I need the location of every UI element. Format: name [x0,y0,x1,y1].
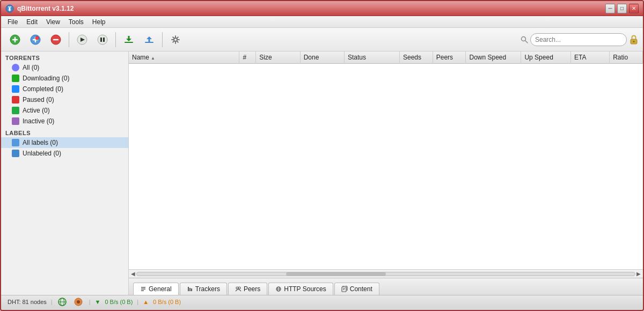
menu-tools[interactable]: Tools [64,17,88,27]
tab-peers-label: Peers [244,285,260,293]
menu-view[interactable]: View [42,17,64,27]
remove-torrent-button[interactable] [46,31,65,49]
menu-help[interactable]: Help [88,17,110,27]
tab-content[interactable]: Content [334,283,379,295]
col-header-name[interactable]: Name▲ [129,51,239,64]
sidebar-unlabeled-label: Unlabeled (0) [23,150,61,157]
add-magnet-button[interactable] [26,31,45,49]
col-header-seeds[interactable]: Seeds [399,51,433,64]
col-header-peers[interactable]: Peers [433,51,466,64]
sidebar-item-completed[interactable]: Completed (0) [1,84,128,94]
svg-rect-12 [128,36,130,40]
torrent-panel: Name▲ # Size Done Status Seeds Peers Dow… [129,51,643,295]
svg-point-4 [35,36,39,40]
svg-rect-24 [189,288,191,291]
inactive-icon [12,117,19,125]
download-button[interactable] [119,31,138,49]
tab-general[interactable]: General [133,283,179,295]
tab-peers[interactable]: Peers [228,283,267,295]
col-header-done[interactable]: Done [300,51,344,64]
svg-point-8 [98,35,107,45]
svg-point-26 [236,287,238,289]
status-sep-3: | [137,299,138,305]
search-input[interactable] [530,33,627,46]
upload-button[interactable] [140,31,159,49]
connection-icon [72,298,85,306]
menu-file[interactable]: File [3,17,22,27]
scroll-thumb[interactable] [286,272,386,276]
sidebar-inactive-label: Inactive (0) [23,117,54,125]
svg-rect-9 [100,38,102,42]
active-icon [12,107,19,114]
svg-marker-13 [147,36,152,39]
title-bar-left: qBittorrent v3.1.12 [5,4,74,13]
svg-rect-10 [103,38,105,42]
col-header-ratio[interactable]: Ratio [610,51,643,64]
sidebar-item-all[interactable]: All (0) [1,62,128,73]
tab-trackers-label: Trackers [195,285,220,293]
torrents-section-header: Torrents [1,51,128,62]
svg-point-38 [77,300,80,303]
scroll-track[interactable] [136,272,635,276]
main-area: Torrents All (0) Downloading (0) Complet… [1,51,643,295]
svg-rect-25 [191,288,192,291]
tab-content-label: Content [350,285,372,293]
search-icon [521,36,528,43]
status-bar: DHT: 81 nodes | | ▼ 0 B/s (0 B) | ▲ 0 B/… [1,295,643,308]
svg-rect-23 [188,287,189,291]
app-title: qBittorrent v3.1.12 [17,5,74,12]
col-header-size[interactable]: Size [256,51,300,64]
scroll-right-arrow[interactable]: ▶ [635,270,642,278]
torrent-list: Name▲ # Size Done Status Seeds Peers Dow… [129,51,643,64]
lock-icon [629,34,639,46]
col-header-status[interactable]: Status [345,51,400,64]
col-header-up-speed[interactable]: Up Speed [521,51,571,64]
options-button[interactable] [166,31,185,49]
all-icon [12,64,19,71]
paused-icon [12,96,19,103]
toolbar-sep-1 [69,32,69,47]
sidebar-item-active[interactable]: Active (0) [1,105,128,116]
col-header-hash[interactable]: # [239,51,256,64]
close-button[interactable]: ✕ [629,4,639,13]
col-header-eta[interactable]: ETA [571,51,610,64]
menu-edit[interactable]: Edit [22,17,42,27]
tab-general-label: General [149,285,172,293]
globe-icon [57,298,68,306]
sidebar-all-label: All (0) [23,64,39,71]
scroll-left-arrow[interactable]: ◀ [130,270,136,278]
content-tab-icon [341,286,348,292]
all-labels-icon [12,139,19,146]
sidebar-item-downloading[interactable]: Downloading (0) [1,73,128,84]
trackers-tab-icon [187,286,193,292]
resume-button[interactable] [72,31,92,49]
sidebar-paused-label: Paused (0) [23,96,54,103]
http-sources-tab-icon [275,286,282,292]
up-speed-status: 0 B/s (0 B) [153,299,181,305]
col-header-down-speed[interactable]: Down Speed [466,51,521,64]
labels-section-header: Labels [1,127,128,137]
sidebar-active-label: Active (0) [23,107,50,114]
unlabeled-icon [12,150,19,157]
svg-line-17 [525,41,528,43]
maximize-button[interactable]: □ [617,4,627,13]
sidebar-item-inactive[interactable]: Inactive (0) [1,116,128,127]
title-bar: qBittorrent v3.1.12 ─ □ ✕ [1,1,643,16]
horizontal-scrollbar[interactable]: ◀ ▶ [129,269,643,278]
sidebar-item-unlabeled[interactable]: Unlabeled (0) [1,148,128,159]
status-sep-1: | [51,299,53,305]
tab-http-sources[interactable]: HTTP Sources [268,283,333,295]
sidebar-item-paused[interactable]: Paused (0) [1,94,128,105]
torrent-table[interactable]: Name▲ # Size Done Status Seeds Peers Dow… [129,51,643,269]
pause-button[interactable] [93,31,112,49]
tab-http-sources-label: HTTP Sources [284,285,326,293]
tab-trackers[interactable]: Trackers [180,283,227,295]
sidebar-item-all-labels[interactable]: All labels (0) [1,137,128,148]
svg-point-16 [522,36,526,41]
bottom-tabs: General Trackers Peers [129,278,643,295]
svg-rect-14 [149,39,150,42]
completed-icon [12,85,19,93]
minimize-button[interactable]: ─ [605,4,615,13]
add-torrent-button[interactable] [5,31,25,49]
title-bar-controls: ─ □ ✕ [605,4,639,13]
